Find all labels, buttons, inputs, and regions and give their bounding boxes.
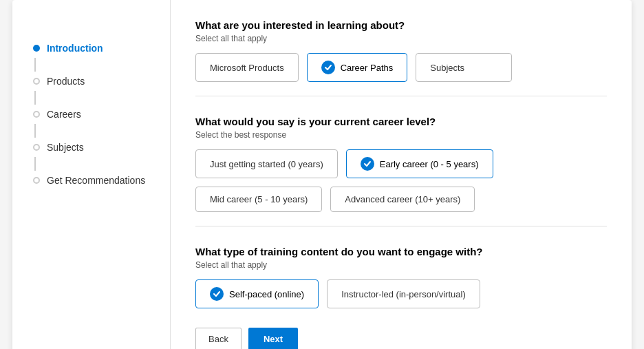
nav-item-label: Products	[47, 76, 85, 87]
section-title: What would you say is your current caree…	[195, 116, 607, 127]
option-label: Mid career (5 - 10 years)	[210, 194, 308, 204]
nav-item-label: Introduction	[47, 43, 103, 54]
nav-item-careers[interactable]: Careers	[23, 102, 153, 127]
option-btn-self-paced-online[interactable]: Self-paced (online)	[195, 279, 319, 308]
section-interests: What are you interested in learning abou…	[195, 19, 607, 96]
section-title: What type of training content do you wan…	[195, 246, 607, 257]
option-label: Career Paths	[341, 63, 394, 73]
inactive-dot-icon	[33, 111, 40, 118]
option-btn-just-getting-started-0-years[interactable]: Just getting started (0 years)	[195, 149, 338, 178]
option-label: Microsoft Products	[210, 63, 284, 73]
nav-list: IntroductionProductsCareersSubjectsGet R…	[32, 36, 153, 193]
nav-item-introduction[interactable]: Introduction	[23, 36, 153, 61]
main-container: IntroductionProductsCareersSubjectsGet R…	[12, 0, 632, 349]
option-btn-instructor-led-in-personvirtual[interactable]: Instructor-led (in-person/virtual)	[327, 279, 480, 308]
section-career_level: What would you say is your current caree…	[195, 116, 607, 226]
option-label: Subjects	[430, 63, 464, 73]
section-subtitle: Select the best response	[195, 130, 607, 140]
inactive-dot-icon	[33, 78, 40, 85]
section-subtitle: Select all that apply	[195, 34, 607, 43]
section-subtitle: Select all that apply	[195, 260, 607, 270]
next-button[interactable]: Next	[248, 328, 298, 349]
options-row: Microsoft ProductsCareer PathsSubjects	[195, 53, 607, 82]
active-dot-icon	[33, 45, 40, 52]
nav-item-subjects[interactable]: Subjects	[23, 135, 153, 160]
option-label: Advanced career (10+ years)	[345, 194, 460, 204]
nav-item-get-recommendations[interactable]: Get Recommendations	[23, 168, 153, 193]
main-content: What are you interested in learning abou…	[171, 0, 632, 349]
option-label: Self-paced (online)	[229, 289, 304, 299]
option-btn-mid-career-5---10-years[interactable]: Mid career (5 - 10 years)	[195, 187, 322, 212]
option-btn-subjects[interactable]: Subjects	[416, 53, 512, 82]
option-btn-advanced-career-10+-years[interactable]: Advanced career (10+ years)	[330, 187, 475, 212]
option-label: Early career (0 - 5 years)	[380, 159, 479, 169]
section-training_type: What type of training content do you wan…	[195, 246, 607, 308]
check-circle-icon	[321, 61, 335, 74]
options-row: Just getting started (0 years)Early care…	[195, 149, 607, 212]
inactive-dot-icon	[33, 144, 40, 151]
option-btn-career-paths[interactable]: Career Paths	[307, 53, 408, 82]
footer-buttons: BackNext	[195, 328, 607, 349]
check-circle-icon	[210, 287, 224, 301]
nav-item-label: Subjects	[47, 142, 84, 153]
option-btn-early-career-0---5-years[interactable]: Early career (0 - 5 years)	[346, 149, 493, 178]
nav-item-label: Careers	[47, 109, 81, 120]
sidebar: IntroductionProductsCareersSubjectsGet R…	[12, 0, 171, 349]
nav-item-label: Get Recommendations	[47, 175, 145, 186]
section-divider	[195, 96, 607, 96]
option-label: Just getting started (0 years)	[210, 159, 323, 169]
option-label: Instructor-led (in-person/virtual)	[341, 289, 466, 299]
nav-item-products[interactable]: Products	[23, 69, 153, 94]
check-circle-icon	[361, 157, 374, 171]
option-btn-microsoft-products[interactable]: Microsoft Products	[195, 53, 299, 82]
back-button[interactable]: Back	[195, 328, 242, 349]
section-title: What are you interested in learning abou…	[195, 19, 607, 31]
options-row: Self-paced (online)Instructor-led (in-pe…	[195, 279, 607, 308]
inactive-dot-icon	[33, 177, 40, 184]
section-divider	[195, 226, 607, 226]
